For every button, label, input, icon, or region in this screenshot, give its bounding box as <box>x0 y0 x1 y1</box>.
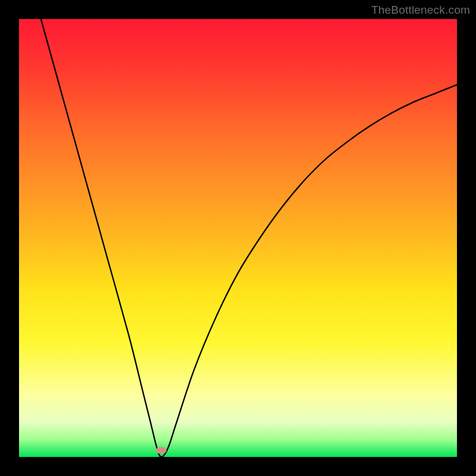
chart-frame: TheBottleneck.com <box>0 0 476 476</box>
curve-svg <box>19 19 457 457</box>
bottleneck-curve <box>41 19 457 457</box>
optimal-point-marker <box>156 447 167 454</box>
plot-area <box>19 19 457 457</box>
watermark-text: TheBottleneck.com <box>371 4 470 17</box>
